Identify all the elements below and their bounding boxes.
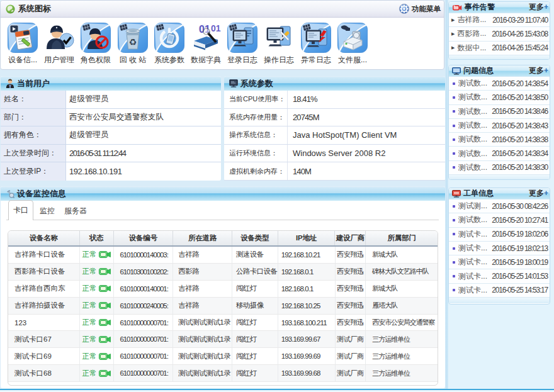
svg-text:01: 01 [211,23,221,33]
svg-text:♻: ♻ [129,37,137,47]
